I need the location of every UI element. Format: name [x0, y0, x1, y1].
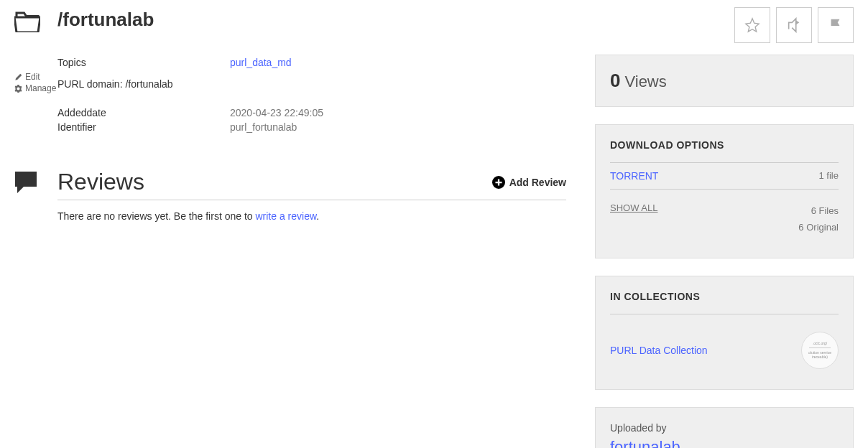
manage-link[interactable]: Manage: [14, 83, 57, 93]
views-count: 0: [610, 70, 620, 92]
write-review-link[interactable]: write a review: [255, 210, 316, 222]
addeddate-value: 2020-04-23 22:49:05: [230, 107, 323, 118]
add-review-button[interactable]: Add Review: [492, 176, 566, 189]
torrent-meta: 1 file: [819, 170, 839, 182]
uploaded-by-label: Uploaded by: [610, 422, 839, 434]
show-all-link[interactable]: SHOW ALL: [610, 202, 657, 236]
addeddate-label: Addeddate: [57, 107, 230, 118]
identifier-label: Identifier: [57, 121, 230, 133]
add-review-label: Add Review: [509, 177, 566, 188]
share-button[interactable]: [776, 7, 812, 43]
collections-box: IN COLLECTIONS PURL Data Collection .ocl…: [595, 276, 854, 390]
favorite-button[interactable]: [734, 7, 770, 43]
page-title: /fortunalab: [57, 9, 566, 31]
views-label: Views: [624, 73, 666, 91]
no-reviews-text: There are no reviews yet. Be the first o…: [57, 210, 566, 222]
edit-link[interactable]: Edit: [14, 72, 57, 82]
files-count: 6 Files: [798, 202, 839, 219]
reviews-icon: [13, 169, 39, 195]
collection-thumbnail[interactable]: .oclc.org/ olution service ireceable): [801, 332, 839, 369]
downloads-heading: DOWNLOAD OPTIONS: [610, 139, 839, 151]
reviews-heading: Reviews: [57, 169, 492, 195]
topics-link[interactable]: purl_data_md: [230, 57, 292, 68]
views-box: 0 Views: [595, 55, 854, 107]
folder-icon: [14, 11, 57, 34]
identifier-value: purl_fortunalab: [230, 121, 297, 133]
uploaded-box: Uploaded by fortunalab on April 23, 2020: [595, 407, 854, 448]
manage-label: Manage: [25, 83, 56, 93]
uploader-link[interactable]: fortunalab: [610, 438, 680, 448]
topics-label: Topics: [57, 57, 230, 68]
collections-heading: IN COLLECTIONS: [610, 291, 839, 314]
flag-button[interactable]: [818, 7, 854, 43]
collection-link[interactable]: PURL Data Collection: [610, 345, 708, 356]
downloads-box: DOWNLOAD OPTIONS TORRENT 1 file SHOW ALL…: [595, 124, 854, 258]
torrent-link[interactable]: TORRENT: [610, 170, 658, 182]
edit-label: Edit: [25, 72, 40, 82]
original-count: 6 Original: [798, 219, 839, 235]
purl-domain: PURL domain: /fortunalab: [57, 78, 566, 90]
